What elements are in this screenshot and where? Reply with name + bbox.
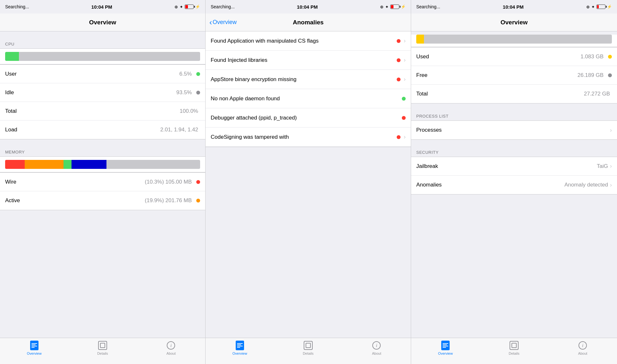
overview-tab-icon-2 [235, 341, 245, 350]
overview-icon [30, 341, 38, 350]
tab-about-1[interactable]: i About [137, 341, 205, 355]
tab-label: Overview [232, 352, 247, 355]
details-tab-icon-2 [303, 341, 313, 350]
tab-overview-3[interactable]: Overview [411, 341, 480, 355]
tab-label: Details [97, 352, 108, 355]
memory-fill-orange [25, 160, 64, 169]
status-signal-2: Searching... [211, 4, 235, 9]
status-icons-2: ⊕ ✦ ⚡ [380, 4, 406, 9]
item-label: Load [5, 127, 160, 133]
item-value: 6.5% [179, 71, 192, 77]
about-tab-icon-2: i [372, 341, 381, 350]
bluetooth-icon-2: ✦ [385, 4, 389, 9]
content-area-1: CPU User 6.5% Idle 93.5% Total 100.0% [0, 31, 205, 338]
content-area-2: Found Application with manipulated CS fl… [206, 31, 411, 338]
battery-icon-2 [390, 4, 399, 9]
process-list: Processes › [411, 120, 617, 140]
list-item[interactable]: Anomalies Anomaly detected › [411, 176, 617, 194]
storage-bar-group [411, 35, 617, 47]
status-dot [196, 91, 200, 95]
chevron-right-icon: › [404, 57, 406, 63]
tab-details-2[interactable]: Details [274, 341, 342, 355]
list-item: Used 1.083 GB [411, 47, 617, 66]
item-label: Total [5, 108, 180, 114]
bluetooth-icon-3: ✦ [591, 4, 595, 9]
anomaly-actions: › [394, 57, 406, 63]
back-chevron-icon: ‹ [209, 19, 212, 26]
overview-tab-icon-3 [441, 341, 450, 350]
list-item: Total 27.272 GB [411, 85, 617, 103]
anomaly-dot [397, 135, 401, 139]
status-signal-1: Searching... [5, 4, 29, 9]
anomaly-actions: › [394, 76, 406, 83]
tab-bar-3: Overview Details i About [411, 338, 617, 364]
anomaly-actions [399, 97, 406, 101]
about-tab-icon-1: i [166, 341, 176, 350]
section-header-cpu: CPU [0, 38, 205, 48]
list-item[interactable]: Processes › [411, 121, 617, 139]
storage-stats-list: Used 1.083 GB Free 26.189 GB Total 27.27… [411, 47, 617, 103]
tab-label: Details [303, 352, 314, 355]
anomaly-actions: › [394, 37, 406, 44]
list-item: Idle 93.5% [0, 83, 205, 102]
nav-bar-2: ‹ Overview Anomalies [206, 13, 411, 31]
list-item: User 6.5% [0, 65, 205, 83]
panel-3: Searching... 10:04 PM ⊕ ✦ ⚡ Overview Use… [411, 0, 617, 364]
anomaly-dot [402, 97, 406, 101]
nav-bar-3: Overview [411, 13, 617, 31]
anomaly-item: Debugger attached (ppid, p_traced) [206, 108, 411, 128]
tab-label: About [166, 352, 176, 355]
nav-bar-1: Overview [0, 13, 205, 31]
back-label: Overview [213, 19, 237, 26]
item-value: 1.083 GB [580, 54, 604, 60]
chevron-right-icon: › [610, 182, 612, 188]
anomaly-dot [402, 116, 406, 120]
location-icon-1: ⊕ [174, 4, 178, 9]
nav-title-3: Overview [501, 19, 528, 26]
tab-details-3[interactable]: Details [480, 341, 548, 355]
cpu-stats-list: User 6.5% Idle 93.5% Total 100.0% Load 2… [0, 64, 205, 139]
about-icon: i [167, 341, 175, 350]
location-icon-3: ⊕ [586, 4, 590, 9]
item-value: 26.189 GB [578, 72, 604, 79]
section-header-process: PROCESS LIST [411, 110, 617, 120]
details-icon [510, 341, 519, 350]
anomaly-dot [397, 78, 401, 81]
anomaly-item[interactable]: Found Application with manipulated CS fl… [206, 31, 411, 51]
status-dot [196, 72, 200, 76]
item-label: Processes [416, 127, 610, 133]
tab-about-3[interactable]: i About [548, 341, 617, 355]
anomaly-item[interactable]: CodeSigning was tampered with › [206, 128, 411, 147]
tab-overview-1[interactable]: Overview [0, 341, 68, 355]
anomaly-dot [397, 58, 401, 62]
tab-overview-2[interactable]: Overview [206, 341, 274, 355]
status-dot [196, 199, 200, 203]
tab-details-1[interactable]: Details [68, 341, 137, 355]
bluetooth-icon-1: ✦ [180, 4, 183, 9]
tab-label: About [578, 352, 587, 355]
memory-fill-red [5, 160, 25, 169]
memory-fill-green [63, 160, 71, 169]
details-tab-icon-1 [98, 341, 107, 350]
tab-about-2[interactable]: i About [342, 341, 411, 355]
list-item[interactable]: Jailbreak TaiG › [411, 157, 617, 176]
status-dot [608, 73, 612, 77]
memory-fill-blue [72, 160, 106, 169]
anomaly-item[interactable]: Found Injected libraries › [206, 51, 411, 70]
item-value: (10.3%) 105.00 MB [145, 179, 192, 185]
anomaly-item[interactable]: AppStore binary encryption missing › [206, 70, 411, 89]
item-value: (19.9%) 201.76 MB [145, 197, 192, 204]
storage-fill-yellow [416, 35, 424, 44]
tab-label: Overview [438, 352, 453, 355]
cpu-bar-group [0, 48, 205, 64]
item-label: Active [5, 197, 145, 204]
anomaly-text: Found Application with manipulated CS fl… [211, 38, 394, 44]
anomaly-text: AppStore binary encryption missing [211, 76, 394, 83]
item-label: Jailbreak [416, 163, 597, 170]
back-button-2[interactable]: ‹ Overview [209, 19, 237, 26]
memory-stats-list: Wire (10.3%) 105.00 MB Active (19.9%) 20… [0, 172, 205, 210]
item-value: 27.272 GB [584, 91, 610, 97]
cpu-progress-bar [5, 52, 200, 61]
status-time-1: 10:04 PM [91, 4, 112, 10]
tab-label: About [372, 352, 381, 355]
